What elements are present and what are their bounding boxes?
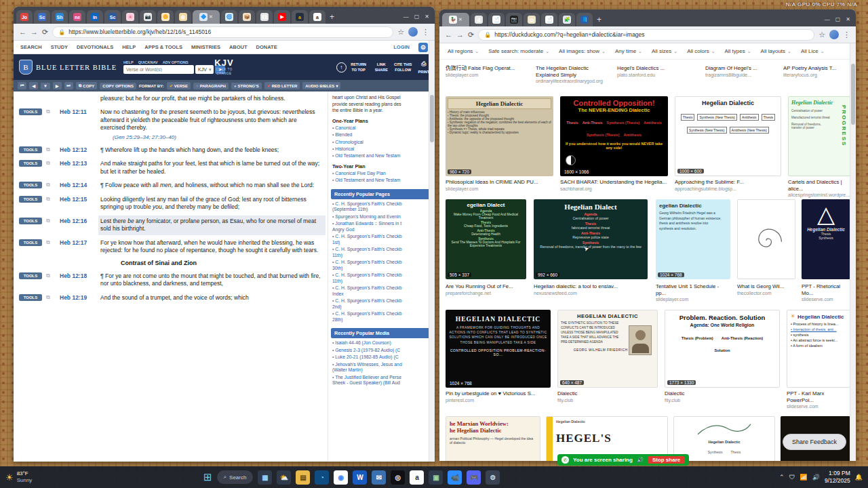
browser-tab[interactable]: in bbox=[87, 10, 103, 24]
image-result-caption[interactable]: Hegel's Dialectics ...plato.stanford.edu bbox=[617, 65, 693, 78]
tab-close-icon[interactable]: ✕ bbox=[458, 17, 462, 22]
left-scrollbar[interactable] bbox=[429, 41, 435, 462]
stop-share-button[interactable]: Stop share bbox=[648, 456, 685, 464]
tools-button[interactable]: TOOLS bbox=[19, 108, 42, 115]
header-link-quicknav[interactable]: QUICKNAV bbox=[138, 60, 158, 64]
close-button[interactable]: ✕ bbox=[846, 16, 850, 22]
next-chapter-button[interactable]: ▶ bbox=[53, 82, 62, 89]
tab-close-icon[interactable]: ✕ bbox=[209, 14, 213, 20]
taskbar-zoom-icon[interactable]: 📹 bbox=[448, 470, 462, 485]
image-result-caption[interactable]: Pin by urbestguide on ♥ Victorious S...p… bbox=[446, 390, 551, 403]
audio-bibles-button[interactable]: AUDIO BIBLES▾ bbox=[302, 82, 340, 89]
verse-ref-link[interactable]: Heb 12:16 bbox=[60, 218, 96, 224]
copy-icon[interactable]: ⧉ bbox=[46, 272, 56, 279]
weather-widget[interactable]: ☀ 83°F Sunny bbox=[5, 470, 32, 483]
popular-page-link[interactable]: C. H. Spurgeon's Faith's Checkb30th) bbox=[332, 260, 428, 271]
browser-tab[interactable]: ▶ bbox=[274, 10, 290, 24]
search-filter[interactable]: All regions⌄ bbox=[448, 48, 479, 54]
browser-menu-icon[interactable]: ⋮ bbox=[422, 28, 429, 37]
back-icon[interactable]: ← bbox=[19, 28, 26, 36]
tray-volume-icon[interactable]: 🔊 bbox=[812, 474, 820, 481]
profile-avatar[interactable] bbox=[408, 27, 418, 37]
popular-page-link[interactable]: C. H. Spurgeon's Faith's Checkb1st) bbox=[332, 234, 428, 245]
browser-tab[interactable]: a bbox=[292, 10, 308, 24]
copy-icon[interactable]: ⧉ bbox=[46, 196, 56, 203]
gear-icon[interactable]: ⚙ bbox=[418, 43, 428, 52]
taskbar-widgets-icon[interactable]: ⛅ bbox=[277, 470, 291, 485]
header-link-help[interactable]: HELP bbox=[123, 60, 134, 64]
browser-tab[interactable]: 🎞 bbox=[256, 10, 273, 24]
image-result[interactable]: Hegelian DialecticThesisSynthesis (New T… bbox=[675, 96, 781, 176]
browser-menu-icon[interactable]: ⋮ bbox=[843, 30, 850, 39]
popular-page-link[interactable]: C. H. Spurgeon's Faith's Checkb28th) bbox=[332, 311, 428, 323]
browser-tab[interactable]: 🏵 bbox=[175, 10, 191, 24]
forward-icon[interactable]: → bbox=[456, 30, 464, 39]
copy-icon[interactable]: ⧉ bbox=[46, 294, 56, 301]
share-feedback-button[interactable]: Share Feedback bbox=[783, 434, 846, 450]
search-filter[interactable]: Any time⌄ bbox=[615, 48, 642, 54]
verse-ref-link[interactable]: Heb 12:12 bbox=[60, 146, 96, 153]
popular-page-link[interactable]: Spurgeon's Morning and Evenin bbox=[332, 214, 428, 220]
copy-icon[interactable]: ⧉ bbox=[46, 160, 56, 167]
copy-icon[interactable]: ⧉ bbox=[46, 108, 56, 115]
popular-page-link[interactable]: C. H. Spurgeon's Faith's Checkb11th) bbox=[332, 247, 428, 258]
search-filter[interactable]: All sizes⌄ bbox=[652, 48, 677, 54]
tray-hidden-icons-icon[interactable]: ⌃ bbox=[779, 474, 785, 481]
image-result-caption[interactable]: Approaching the Sublime: F...approaching… bbox=[675, 179, 781, 192]
nav-item-apps-tools[interactable]: APPS & TOOLS bbox=[144, 44, 182, 50]
popular-page-link[interactable]: C. H. Spurgeon's Faith's CheckbIndex bbox=[332, 285, 428, 297]
image-result[interactable]: △Hegelian DialecticThesisSynthesis bbox=[802, 199, 850, 279]
popular-page-link[interactable]: Jonathan Edwards :: Sinners in tAngry Go… bbox=[332, 221, 428, 232]
image-result-caption[interactable]: AP Poetry Analysis T...literaryfocus.org bbox=[783, 65, 850, 78]
nav-item-devotionals[interactable]: DEVOTIONALS bbox=[77, 44, 113, 50]
image-result[interactable]: he Marxian Worldview:he Hegelian Dialect… bbox=[446, 416, 540, 461]
cross-reference-link[interactable]: (Gen 25:29–34; 27:30–40) bbox=[100, 134, 323, 140]
tools-button[interactable]: TOOLS bbox=[19, 218, 42, 224]
image-result[interactable]: egelian DialecticGeorg Wilhelm Friedrich… bbox=[656, 199, 730, 279]
browser-tab[interactable]: Sh bbox=[52, 10, 68, 24]
right-url-field[interactable]: 🔒 https://duckduckgo.com/?q=hegelian+dia… bbox=[478, 29, 814, 41]
verse-ref-link[interactable]: Heb 12:14 bbox=[60, 182, 96, 188]
tools-button[interactable]: TOOLS bbox=[19, 146, 42, 153]
minimize-button[interactable]: — bbox=[403, 14, 409, 20]
image-result-caption[interactable]: SACH BHARAT: Understanding the Hegelia..… bbox=[560, 179, 668, 192]
image-result-caption[interactable]: What is Georg Wil...thecollector.com bbox=[737, 283, 795, 296]
strongs-toggle[interactable]: ●STRONG'S bbox=[231, 83, 262, 89]
notifications-icon[interactable]: 🔔 bbox=[855, 474, 863, 481]
search-filter[interactable]: All colors⌄ bbox=[687, 48, 715, 54]
taskbar-settings-icon[interactable]: ⚙ bbox=[486, 470, 500, 485]
bookmark-star-icon[interactable]: ☆ bbox=[818, 30, 825, 39]
profile-avatar[interactable] bbox=[829, 30, 839, 39]
image-result-caption[interactable]: Dialecticfity.club bbox=[665, 390, 780, 403]
link-share-buttons[interactable]: LINK SHARE bbox=[375, 62, 388, 73]
image-result[interactable]: egelian DialectAgendaMake Money From Che… bbox=[446, 199, 526, 279]
clock[interactable]: 1:09 PM 9/12/2025 bbox=[825, 470, 850, 484]
search-filter[interactable]: Safe search: moderate⌄ bbox=[488, 48, 549, 54]
back-icon[interactable]: ← bbox=[445, 30, 452, 39]
cite-follow-buttons[interactable]: CITE THIS FOLLOW bbox=[394, 62, 412, 73]
taskbar-search[interactable]: ⌕ Search bbox=[217, 470, 254, 484]
tools-button[interactable]: TOOLS bbox=[19, 239, 42, 246]
browser-tab[interactable]: 🔷✕ bbox=[193, 10, 220, 24]
maximize-button[interactable]: ▢ bbox=[835, 16, 841, 22]
nav-item-study[interactable]: STUDY bbox=[51, 44, 68, 50]
format-verse-toggle[interactable]: ✔VERSE bbox=[167, 82, 191, 89]
plan-link[interactable]: Historical bbox=[332, 146, 428, 152]
tools-button[interactable]: TOOLS bbox=[19, 272, 42, 279]
image-result[interactable]: ✳Hegelian DialecticProcess of history is… bbox=[787, 310, 850, 388]
taskbar-obs-icon[interactable]: ◎ bbox=[391, 470, 405, 485]
left-url-field[interactable]: 🔒 https://www.blueletterbible.org/kjv/he… bbox=[52, 26, 393, 38]
maximize-button[interactable]: ▢ bbox=[414, 14, 420, 20]
taskbar-photos-icon[interactable]: ▣ bbox=[429, 470, 443, 485]
copy-icon[interactable]: ⧉ bbox=[46, 146, 56, 153]
first-chapter-button[interactable]: ⏮ bbox=[18, 82, 26, 89]
browser-tab[interactable]: Jo bbox=[16, 10, 33, 24]
taskbar-discord-icon[interactable]: 🎮 bbox=[467, 470, 481, 485]
image-result-caption[interactable]: Are You Running Out of Fe...prepareforch… bbox=[446, 283, 526, 296]
image-result-caption[interactable]: Philosopical Ideas In CRIME AND PU...sli… bbox=[446, 179, 553, 192]
verse-search-input[interactable] bbox=[123, 65, 194, 74]
copy-icon[interactable]: ⧉ bbox=[46, 182, 56, 188]
image-result[interactable]: Hegelian DialecticHistory of main influe… bbox=[446, 96, 553, 176]
popular-media-link[interactable]: Genesis 2-3 (1979-82 Audio) (C bbox=[332, 348, 428, 353]
tray-security-icon[interactable]: 🛡 bbox=[789, 474, 795, 481]
